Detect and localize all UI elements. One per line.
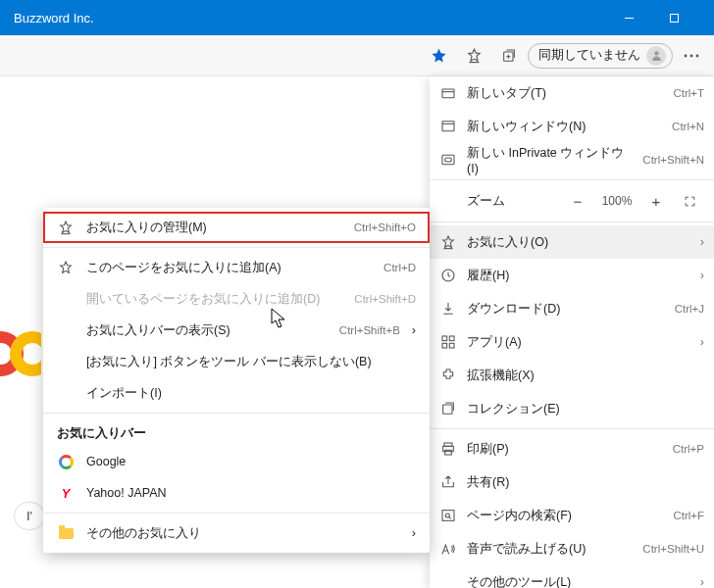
menu-apps[interactable]: アプリ(A) › (430, 325, 714, 359)
inprivate-icon (439, 151, 457, 169)
chevron-right-icon: › (412, 526, 416, 540)
svg-rect-20 (442, 343, 447, 348)
window-controls (606, 0, 714, 35)
sync-status-label: 同期していません (538, 47, 640, 64)
favorites-manage[interactable]: お気に入りの管理(M) Ctrl+Shift+O (43, 212, 430, 243)
favorites-hide-button[interactable]: [お気に入り] ボタンをツール バーに表示しない(B) (43, 346, 430, 377)
share-icon (439, 473, 457, 491)
chevron-right-icon: › (412, 323, 416, 337)
svg-line-28 (449, 516, 451, 518)
profile-sync-pill[interactable]: 同期していません (528, 43, 673, 69)
menu-share[interactable]: 共有(R) (430, 466, 714, 499)
extensions-icon (439, 367, 457, 384)
download-icon (439, 300, 457, 318)
favorites-import[interactable]: インポート(I) (43, 377, 430, 409)
svg-rect-18 (442, 336, 447, 341)
maximize-button[interactable] (651, 0, 696, 35)
favorites-submenu: お気に入りの管理(M) Ctrl+Shift+O このページをお気に入りに追加(… (43, 208, 430, 553)
zoom-label: ズーム (439, 193, 559, 210)
svg-rect-19 (449, 336, 454, 341)
collections-button[interactable] (492, 41, 526, 71)
svg-rect-14 (442, 155, 454, 164)
page-content: I' 新しいタブ(T) Ctrl+T 新しいウィンドウ(N) Ctrl+N 新し… (0, 76, 714, 588)
star-outline-icon (57, 259, 75, 276)
settings-more-button[interactable] (675, 41, 708, 71)
svg-rect-15 (445, 158, 452, 162)
chevron-right-icon: › (700, 235, 704, 249)
background-logo-fragment (0, 331, 41, 449)
favorites-add-page[interactable]: このページをお気に入りに追加(A) Ctrl+D (43, 252, 430, 283)
favorites-list-button[interactable] (457, 41, 490, 71)
favorite-item-yahoo[interactable]: Y Yahoo! JAPAN (43, 477, 430, 509)
menu-favorites[interactable]: お気に入り(O) › (430, 225, 714, 259)
favorites-manage-icon (57, 219, 75, 236)
favorites-icon (439, 233, 457, 251)
menu-collections[interactable]: コレクション(E) (430, 392, 714, 425)
favorite-item-google[interactable]: Google (43, 446, 430, 477)
menu-new-tab[interactable]: 新しいタブ(T) Ctrl+T (430, 76, 714, 110)
menu-history[interactable]: 履歴(H) › (430, 259, 714, 292)
browser-toolbar: 同期していません (0, 35, 714, 76)
favorites-add-open-pages: 開いているページをお気に入りに追加(D) Ctrl+Shift+D (43, 283, 430, 315)
svg-point-7 (685, 54, 688, 57)
menu-downloads[interactable]: ダウンロード(D) Ctrl+J (430, 292, 714, 325)
zoom-out-button[interactable]: − (563, 188, 592, 214)
svg-point-9 (696, 54, 699, 57)
menu-more-tools[interactable]: その他のツール(L) › (430, 565, 714, 588)
chevron-right-icon: › (700, 335, 704, 349)
svg-rect-22 (443, 405, 452, 414)
window-icon (439, 118, 457, 135)
svg-rect-10 (442, 89, 454, 98)
tab-icon (439, 84, 457, 102)
menu-zoom: ズーム − 100% + (430, 183, 714, 219)
svg-rect-26 (442, 511, 454, 521)
apps-icon (439, 333, 457, 351)
read-aloud-icon (439, 540, 457, 558)
svg-rect-21 (449, 343, 454, 348)
yahoo-favicon-icon: Y (57, 484, 75, 502)
zoom-in-button[interactable]: + (641, 188, 671, 214)
blank-icon (439, 573, 457, 588)
collections-icon (439, 400, 457, 417)
zoom-value: 100% (596, 194, 638, 208)
chevron-right-icon: › (700, 269, 704, 282)
print-icon (439, 440, 457, 458)
menu-new-window[interactable]: 新しいウィンドウ(N) Ctrl+N (430, 110, 714, 143)
settings-and-more-menu: 新しいタブ(T) Ctrl+T 新しいウィンドウ(N) Ctrl+N 新しい I… (430, 76, 714, 588)
minimize-button[interactable] (606, 0, 651, 35)
menu-find[interactable]: ページ内の検索(F) Ctrl+F (430, 499, 714, 532)
chevron-right-icon: › (700, 575, 704, 588)
svg-point-8 (690, 54, 693, 57)
favorites-bar-header: お気に入りバー (43, 417, 430, 446)
favorites-show-bar[interactable]: お気に入りバーの表示(S) Ctrl+Shift+B › (43, 315, 430, 346)
window-title: Buzzword Inc. (14, 11, 94, 25)
title-bar: Buzzword Inc. (0, 0, 714, 35)
svg-rect-12 (442, 122, 454, 131)
avatar-icon (646, 46, 666, 66)
fullscreen-button[interactable] (675, 188, 704, 214)
google-favicon-icon (57, 453, 75, 470)
favorites-other-folder[interactable]: その他のお気に入り › (43, 517, 430, 549)
svg-rect-25 (445, 450, 452, 455)
suggestion-chip[interactable]: I' (14, 502, 45, 530)
menu-print[interactable]: 印刷(P) Ctrl+P (430, 432, 714, 466)
window-edge (696, 0, 714, 35)
history-icon (439, 267, 457, 284)
menu-extensions[interactable]: 拡張機能(X) (430, 359, 714, 392)
svg-rect-1 (670, 14, 678, 22)
menu-new-inprivate[interactable]: 新しい InPrivate ウィンドウ(I) Ctrl+Shift+N (430, 143, 714, 176)
find-icon (439, 507, 457, 524)
menu-read-aloud[interactable]: 音声で読み上げる(U) Ctrl+Shift+U (430, 532, 714, 565)
svg-point-6 (654, 51, 658, 55)
favorite-star-button[interactable] (422, 41, 455, 71)
folder-icon (57, 524, 75, 542)
